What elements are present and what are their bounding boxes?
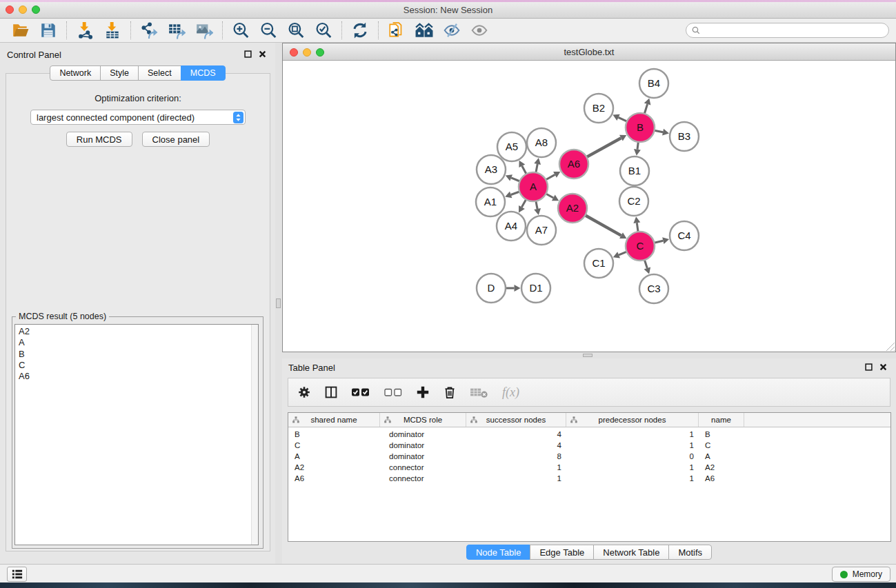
mcds-result-list[interactable]: A2ABCA6 (14, 324, 259, 545)
graph-node-B[interactable]: B (626, 113, 655, 142)
graph-edge-A2-C[interactable] (585, 215, 621, 235)
cell-shared-name[interactable]: A6 (288, 474, 380, 483)
graph-edge-C-C2[interactable] (637, 223, 638, 232)
cell-MCDS-role[interactable]: dominator (380, 441, 466, 449)
cell-shared-name[interactable]: A2 (288, 463, 380, 472)
graph-edge-A-A5[interactable] (522, 166, 526, 174)
table-row[interactable]: Bdominator41B (288, 429, 890, 440)
table-tab-edge-table[interactable]: Edge Table (530, 545, 594, 560)
cell-successor-nodes[interactable]: 4 (466, 430, 566, 438)
cell-shared-name[interactable]: C (288, 441, 380, 449)
graph-node-C[interactable]: C (626, 232, 655, 261)
result-list-item[interactable]: B (19, 349, 258, 360)
export-image-icon[interactable] (195, 21, 213, 39)
network-canvas[interactable]: B4B2BB3A5A8A6B1A3AC2A1A2A4A7C4CC1C3DD1 (283, 61, 895, 352)
graph-edge-C-C1[interactable] (619, 252, 627, 255)
graph-node-D1[interactable]: D1 (521, 274, 550, 303)
import-network-icon[interactable] (76, 21, 94, 39)
task-history-button[interactable] (7, 567, 27, 582)
home-icon[interactable] (415, 21, 433, 39)
close-table-panel-icon[interactable] (879, 363, 887, 371)
cell-MCDS-role[interactable]: dominator (380, 452, 466, 460)
cell-name[interactable]: A2 (699, 463, 744, 472)
graph-node-A1[interactable]: A1 (476, 187, 505, 216)
result-list-item[interactable]: C (19, 360, 258, 371)
graph-node-A2[interactable]: A2 (558, 194, 587, 223)
graph-node-A3[interactable]: A3 (477, 155, 506, 184)
hide-details-icon[interactable] (443, 21, 461, 39)
zoom-out-icon[interactable] (259, 21, 277, 39)
graph-node-A6[interactable]: A6 (559, 150, 588, 179)
float-panel-icon[interactable] (244, 50, 252, 58)
deselect-all-icon[interactable] (384, 385, 403, 399)
network-from-file-icon[interactable] (388, 21, 406, 39)
graph-edge-C-C3[interactable] (644, 260, 647, 268)
graph-edge-C-C4[interactable] (654, 241, 663, 243)
show-details-icon[interactable] (470, 21, 488, 39)
refresh-icon[interactable] (351, 21, 369, 39)
save-session-icon[interactable] (39, 21, 57, 39)
graph-node-B3[interactable]: B3 (670, 122, 699, 151)
vertical-splitter-grip[interactable] (276, 298, 281, 308)
graph-edge-A-A4[interactable] (521, 199, 526, 207)
export-table-icon[interactable] (168, 21, 186, 39)
open-session-icon[interactable] (12, 21, 30, 39)
graph-node-C2[interactable]: C2 (619, 187, 648, 216)
table-row[interactable]: A6connector11A6 (288, 473, 890, 484)
table-row[interactable]: Adominator80A (288, 451, 890, 462)
graph-node-A5[interactable]: A5 (497, 132, 526, 161)
graph-node-A8[interactable]: A8 (527, 128, 556, 157)
column-header-predecessor-nodes[interactable]: predecessor nodes (566, 413, 699, 427)
graph-node-C3[interactable]: C3 (639, 274, 668, 303)
tab-select[interactable]: Select (138, 65, 181, 81)
graph-node-B4[interactable]: B4 (639, 69, 668, 98)
tab-mcds[interactable]: MCDS (181, 65, 226, 81)
search-input[interactable] (686, 23, 889, 38)
network-window-titlebar[interactable]: testGlobe.txt (283, 43, 895, 61)
cell-name[interactable]: A (699, 452, 744, 460)
graph-edge-A6-B[interactable] (586, 138, 621, 157)
export-network-icon[interactable] (140, 21, 158, 39)
graph-edge-B-B3[interactable] (655, 130, 664, 132)
cell-MCDS-role[interactable]: connector (380, 463, 466, 472)
graph-node-B2[interactable]: B2 (584, 94, 613, 123)
zoom-selected-icon[interactable] (315, 21, 332, 39)
network-zoom-button[interactable] (316, 48, 324, 57)
column-header-name[interactable]: name (699, 413, 744, 427)
tab-style[interactable]: Style (100, 65, 139, 81)
graph-edge-A-A6[interactable] (546, 174, 555, 179)
cell-predecessor-nodes[interactable]: 0 (566, 452, 699, 460)
result-list-item[interactable]: A (19, 337, 258, 348)
graph-node-C4[interactable]: C4 (670, 221, 699, 250)
cell-predecessor-nodes[interactable]: 1 (566, 441, 699, 449)
result-list-item[interactable]: A2 (19, 326, 258, 337)
tab-network[interactable]: Network (50, 65, 101, 81)
cell-MCDS-role[interactable]: connector (380, 474, 466, 483)
cell-successor-nodes[interactable]: 1 (466, 463, 566, 472)
float-table-panel-icon[interactable] (865, 363, 873, 371)
result-list-scrollbar[interactable] (251, 325, 258, 545)
graph-edge-A-A1[interactable] (511, 192, 520, 195)
close-panel-icon[interactable] (259, 50, 266, 58)
cell-predecessor-nodes[interactable]: 1 (566, 463, 699, 472)
column-header-shared-name[interactable]: shared name (288, 413, 380, 427)
cell-name[interactable]: C (699, 441, 744, 449)
graph-node-B1[interactable]: B1 (620, 156, 649, 185)
graph-node-A4[interactable]: A4 (497, 212, 526, 241)
cell-predecessor-nodes[interactable]: 1 (566, 430, 699, 438)
table-tab-motifs[interactable]: Motifs (668, 545, 712, 560)
graph-edge-A-A3[interactable] (511, 178, 520, 181)
select-all-icon[interactable] (351, 385, 370, 399)
cell-name[interactable]: A6 (699, 474, 744, 483)
table-row[interactable]: A2connector11A2 (288, 462, 890, 473)
cell-successor-nodes[interactable]: 8 (466, 452, 566, 460)
graph-edge-A-A8[interactable] (536, 164, 537, 172)
network-close-button[interactable] (290, 48, 298, 57)
cell-successor-nodes[interactable]: 1 (466, 474, 566, 483)
show-columns-icon[interactable] (324, 385, 338, 399)
graph-node-A[interactable]: A (519, 172, 548, 201)
settings-icon[interactable] (297, 385, 311, 399)
delete-row-icon[interactable] (443, 385, 457, 399)
result-list-item[interactable]: A6 (19, 371, 258, 382)
table-row[interactable]: Cdominator41C (288, 440, 890, 451)
